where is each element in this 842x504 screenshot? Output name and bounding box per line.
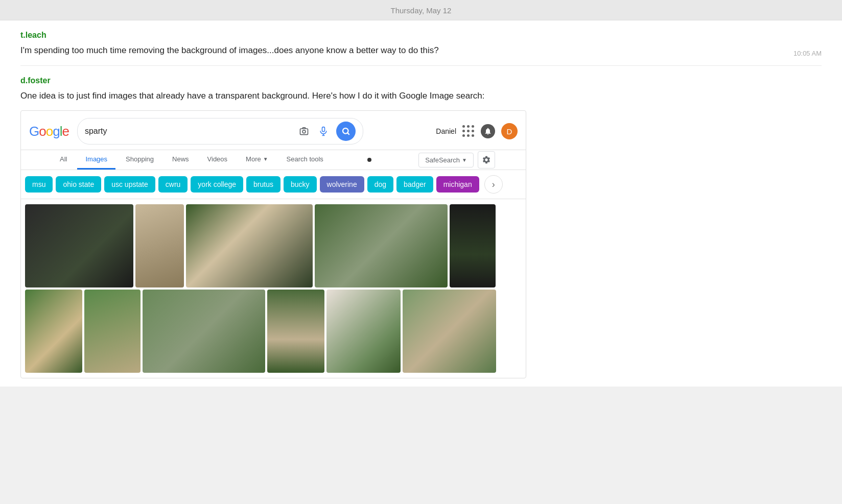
tab-images[interactable]: Images (77, 150, 115, 170)
chip-badger[interactable]: badger (396, 176, 433, 193)
chip-ohio-state[interactable]: ohio state (56, 176, 101, 193)
svg-rect-2 (322, 127, 324, 132)
more-label: More (246, 155, 261, 163)
apps-dot (462, 125, 465, 128)
image-item[interactable] (25, 290, 82, 373)
image-row-2 (25, 290, 522, 373)
chips-next-button[interactable]: › (484, 175, 503, 194)
image-item[interactable] (84, 290, 141, 373)
svg-rect-0 (300, 129, 308, 135)
image-item[interactable] (403, 290, 496, 373)
chip-msu[interactable]: msu (25, 176, 53, 193)
chip-cwru[interactable]: cwru (158, 176, 188, 193)
chip-usc-upstate[interactable]: usc upstate (104, 176, 155, 193)
message-text-tleach: I'm spending too much time removing the … (20, 44, 822, 57)
image-item[interactable] (143, 290, 265, 373)
search-input[interactable]: sparty (85, 127, 291, 136)
svg-point-1 (302, 130, 306, 133)
username-tleach: t.leach (20, 31, 822, 40)
apps-dot (467, 130, 470, 132)
google-header: Google sparty (21, 111, 526, 150)
chip-michigan[interactable]: michigan (436, 176, 479, 193)
tab-all[interactable]: All (52, 150, 75, 170)
bell-icon[interactable] (481, 124, 495, 138)
svg-line-6 (347, 133, 349, 134)
apps-dot (472, 134, 474, 137)
apps-icon[interactable] (462, 125, 475, 137)
image-item[interactable] (450, 204, 496, 287)
message-block-tleach: t.leach I'm spending too much time remov… (20, 20, 822, 66)
date-text: Thursday, May 12 (391, 6, 452, 15)
tab-search-tools[interactable]: Search tools (278, 150, 332, 170)
cursor-indicator (367, 158, 371, 162)
image-item[interactable] (267, 290, 324, 373)
chip-wolverine[interactable]: wolverine (320, 176, 364, 193)
apps-dot (462, 130, 465, 132)
nav-right: SafeSearch ▼ (418, 151, 495, 169)
svg-point-5 (343, 128, 348, 134)
apps-dot (472, 130, 474, 132)
search-bar[interactable]: sparty (77, 118, 363, 145)
image-row-1 (25, 204, 522, 287)
google-embed: Google sparty (20, 110, 526, 378)
safe-search-label: SafeSearch (425, 156, 460, 164)
apps-dot (467, 134, 470, 137)
logo-g: G (29, 124, 39, 139)
chip-dog[interactable]: dog (367, 176, 393, 193)
chip-york-college[interactable]: york college (191, 176, 243, 193)
username-dfoster: d.foster (20, 76, 822, 85)
image-item[interactable] (315, 204, 448, 287)
more-chevron-icon: ▼ (263, 156, 268, 162)
logo-o1: o (39, 124, 45, 139)
chips-row: msu ohio state usc upstate cwru york col… (21, 170, 526, 199)
image-item[interactable] (25, 204, 133, 287)
page-wrapper: Thursday, May 12 t.leach I'm spending to… (0, 0, 842, 504)
apps-dot (462, 134, 465, 137)
image-grid (21, 199, 526, 378)
safe-search-button[interactable]: SafeSearch ▼ (418, 153, 474, 167)
apps-dot (467, 125, 470, 128)
header-right: Daniel (436, 123, 518, 139)
google-logo: Google (29, 124, 69, 139)
nav-tabs: All Images Shopping News Videos More ▼ S… (21, 150, 526, 170)
mouse-cursor-area (364, 155, 375, 165)
chip-bucky[interactable]: bucky (284, 176, 317, 193)
message-block-dfoster: d.foster One idea is to just find images… (20, 66, 822, 387)
logo-g2: g (53, 124, 59, 139)
logo-e: e (62, 124, 68, 139)
tab-news[interactable]: News (164, 150, 197, 170)
logo-o2: o (46, 124, 53, 139)
timestamp-tleach: 10:05 AM (793, 50, 822, 57)
mic-icon[interactable] (316, 124, 331, 139)
chat-container: t.leach I'm spending too much time remov… (0, 20, 842, 387)
apps-dot (472, 125, 474, 128)
date-header: Thursday, May 12 (0, 0, 842, 20)
image-item[interactable] (186, 204, 313, 287)
image-item[interactable] (326, 290, 401, 373)
avatar[interactable]: D (501, 123, 518, 139)
chip-brutus[interactable]: brutus (246, 176, 280, 193)
settings-button[interactable] (478, 151, 495, 169)
search-button[interactable] (336, 122, 356, 141)
tab-more[interactable]: More ▼ (238, 150, 276, 170)
camera-icon[interactable] (296, 124, 312, 139)
image-item[interactable] (135, 204, 184, 287)
message-text-dfoster: One idea is to just find images that alr… (20, 89, 822, 103)
tab-shopping[interactable]: Shopping (118, 150, 162, 170)
safe-search-chevron-icon: ▼ (462, 157, 467, 163)
user-name-label: Daniel (436, 127, 456, 135)
tab-videos[interactable]: Videos (199, 150, 236, 170)
search-icon-group (296, 124, 331, 139)
